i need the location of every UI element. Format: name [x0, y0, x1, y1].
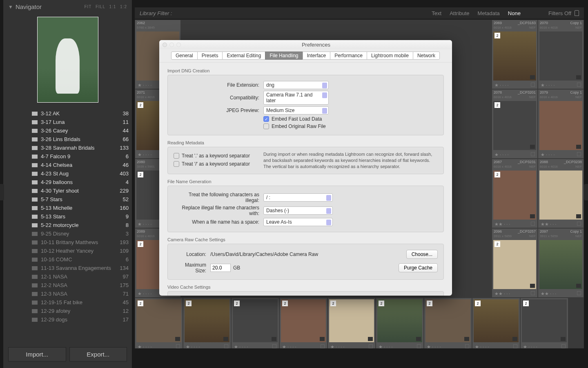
rating[interactable]: ★ · · · · — [234, 344, 248, 348]
folder-item[interactable]: 10-16 COMC6 — [3, 255, 132, 264]
rating[interactable]: ★ · · · · — [523, 344, 537, 348]
grid-cell[interactable]: 2★ · · · · — [472, 298, 520, 348]
pref-tab[interactable]: Lightroom mobile — [367, 52, 413, 60]
folder-item[interactable]: 4-14 Chelsea46 — [3, 161, 132, 169]
label-box[interactable] — [417, 344, 421, 348]
thumbnail[interactable]: 2 — [493, 171, 536, 220]
adjust-icon[interactable] — [530, 284, 535, 288]
adjust-icon[interactable] — [561, 337, 566, 341]
thumbnail[interactable] — [539, 240, 582, 289]
thumbnail[interactable]: 2 — [377, 299, 422, 342]
illegal-chars-select[interactable]: / : — [263, 193, 333, 202]
grid-cell[interactable]: 2★ · · · · — [135, 298, 183, 348]
adjust-icon[interactable] — [576, 214, 581, 218]
folder-item[interactable]: 3-12 AK38 — [3, 109, 132, 118]
label-box[interactable] — [577, 291, 581, 295]
label-box[interactable] — [224, 344, 228, 348]
label-box[interactable] — [577, 152, 581, 156]
grid-cell[interactable]: 2069_DCP31836016 x 4016NEF2★ · · · · — [492, 20, 538, 89]
grid-cell[interactable]: 2070Copy 16016 x 4016NEF★ · · · · — [538, 20, 584, 89]
folder-item[interactable]: 5-13 Michelle160 — [3, 204, 132, 212]
jpeg-preview-select[interactable]: Medium Size — [263, 106, 329, 114]
adjust-icon[interactable] — [416, 337, 421, 341]
label-box[interactable] — [513, 344, 517, 348]
replace-chars-select[interactable]: Dashes (-) — [263, 206, 333, 215]
thumbnail[interactable]: 2 — [233, 299, 278, 342]
pref-tab[interactable]: Network — [413, 52, 440, 60]
import-button[interactable]: Import... — [8, 347, 66, 361]
grid-cell[interactable]: 2★ · · · · — [231, 298, 279, 348]
embed-fast-checkbox[interactable]: ✓ — [263, 116, 269, 122]
folder-item[interactable]: 12-29 dogs17 — [3, 315, 132, 324]
adjust-icon[interactable] — [368, 337, 373, 341]
rating[interactable]: ★ · · · · — [186, 344, 200, 348]
filter-tab-text[interactable]: Text — [428, 9, 445, 17]
minimize-icon[interactable] — [169, 43, 174, 47]
grid-cell[interactable]: 2★ · · · · — [376, 298, 424, 348]
thumbnail[interactable] — [539, 101, 582, 150]
folder-item[interactable]: 11-13 Savanna Engagements134 — [3, 264, 132, 272]
adjust-icon[interactable] — [223, 337, 228, 341]
folder-item[interactable]: 12-1 NASA97 — [3, 272, 132, 281]
grid-cell[interactable]: 2★ · · · · — [327, 298, 376, 348]
adjust-icon[interactable] — [530, 214, 535, 218]
rating[interactable]: ★ · · · · — [138, 83, 151, 88]
rating[interactable]: ★★ · · · — [541, 222, 556, 227]
filters-off-toggle[interactable]: Filters Off — [548, 10, 571, 16]
thumbnail[interactable]: 2 — [522, 299, 567, 342]
pref-tab[interactable]: General — [171, 52, 198, 60]
grid-cell[interactable]: 2087_DCP32316016 x 4016NEF2★★ · · · — [492, 159, 538, 228]
label-box[interactable] — [176, 344, 180, 348]
rating[interactable]: ★ · · · · — [494, 152, 508, 157]
folder-item[interactable]: 5-7 Stars52 — [3, 195, 132, 204]
rating[interactable]: ★★ · · · — [494, 291, 510, 296]
rating[interactable]: ★ · · · · — [138, 344, 151, 348]
choose-button[interactable]: Choose... — [406, 250, 438, 259]
folder-item[interactable]: 12-2 NASA175 — [3, 281, 132, 289]
embed-raw-checkbox[interactable] — [263, 123, 269, 129]
folder-item[interactable]: 4-29 balloons4 — [3, 178, 132, 186]
rating[interactable]: ★★ · · · — [494, 222, 510, 227]
grid-cell[interactable]: 2078_DCP32016016 x 4016NEF2★ · · · · — [492, 89, 538, 159]
filter-tab-metadata[interactable]: Metadata — [474, 9, 503, 17]
folder-item[interactable]: 3-17 Luna11 — [3, 118, 132, 126]
folder-item[interactable]: 4-30 Tyler shoot229 — [3, 186, 132, 195]
kw-dot-checkbox[interactable] — [174, 153, 179, 159]
grid-cell[interactable]: 2088_DCP32386016 x 4016NEF★★ · · · — [538, 159, 584, 228]
thumbnail[interactable] — [539, 171, 582, 220]
pref-tab[interactable]: File Handling — [265, 52, 303, 60]
left-panel-toggle[interactable] — [0, 184, 4, 200]
grid-cell[interactable]: 2★ · · · · — [279, 298, 327, 348]
rating[interactable]: ★★ · · · — [541, 291, 556, 296]
folder-list[interactable]: 3-12 AK383-17 Luna113-26 Casey443-26 Lin… — [3, 109, 132, 326]
folder-item[interactable]: 5-13 Stars9 — [3, 212, 132, 221]
adjust-icon[interactable] — [576, 284, 581, 288]
label-box[interactable] — [561, 344, 566, 348]
folder-item[interactable]: 4-7 Falcon 96 — [3, 152, 132, 161]
label-box[interactable] — [577, 83, 581, 87]
right-panel-toggle[interactable] — [584, 184, 588, 200]
folder-item[interactable]: Dogs17 — [3, 324, 132, 326]
adjust-icon[interactable] — [320, 337, 325, 341]
dialog-titlebar[interactable]: Preferences — [159, 40, 452, 49]
purge-cache-button[interactable]: Purge Cache — [399, 263, 438, 272]
rating[interactable]: ★ · · · · — [282, 344, 296, 348]
folder-item[interactable]: 12-19-15 Fat bike45 — [3, 298, 132, 307]
adjust-icon[interactable] — [530, 145, 535, 149]
thumbnail[interactable]: 2 — [425, 299, 470, 342]
label-box[interactable] — [577, 222, 581, 226]
navigator-preview[interactable] — [37, 17, 98, 103]
filter-tab-attribute[interactable]: Attribute — [446, 9, 472, 17]
export-button[interactable]: Export... — [69, 347, 127, 361]
grid-cell[interactable]: 2097Copy 13911 x 5859NEF★★ · · · — [538, 228, 584, 298]
lock-icon[interactable] — [575, 10, 579, 16]
grid-cell[interactable]: 2079Copy 16016 x 4016NEF★ · · · · — [538, 89, 584, 159]
rating[interactable]: ★ · · · · — [427, 344, 441, 348]
pref-tab[interactable]: Interface — [303, 52, 331, 60]
rating[interactable]: ★ · · · · — [138, 152, 151, 157]
file-extension-select[interactable]: dng — [263, 81, 329, 89]
thumbnail[interactable]: 2 — [493, 101, 536, 150]
folder-item[interactable]: 3-28 Savannah Bridals133 — [3, 144, 132, 152]
adjust-icon[interactable] — [530, 75, 535, 79]
adjust-icon[interactable] — [272, 337, 276, 341]
